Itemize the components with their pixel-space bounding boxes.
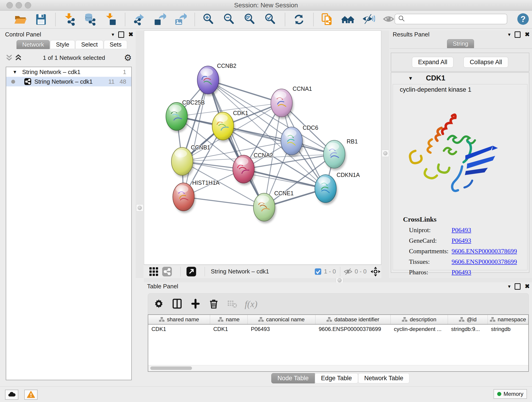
crosslink-link[interactable]: 9606.ENSP00000378699 <box>452 258 517 265</box>
table-cell[interactable]: 9606.ENSP00000378699 <box>316 325 391 334</box>
birdseye-nav-icon[interactable] <box>370 266 381 278</box>
column-header-description[interactable]: description <box>391 315 448 324</box>
network-node-RB1[interactable] <box>323 140 346 170</box>
collapse-all-button[interactable]: Collapse All <box>463 57 508 68</box>
table-row[interactable]: CDK1CDK1P064939606.ENSP00000378699cyclin… <box>148 325 528 334</box>
zoom-fit-button[interactable] <box>243 12 257 27</box>
open-in-new-window-icon[interactable] <box>186 267 196 277</box>
export-network-button[interactable] <box>132 12 146 27</box>
table-collapse-icon[interactable]: ▾ <box>508 283 510 289</box>
hide-selected-button[interactable] <box>362 12 376 27</box>
network-edge[interactable] <box>208 80 264 207</box>
network-options-gear-icon[interactable]: ⚙ <box>124 53 132 62</box>
string-view-icon[interactable] <box>162 267 172 277</box>
section-collapse-icon[interactable]: ▼ <box>408 75 413 81</box>
tab-network-table[interactable]: Network Table <box>358 373 410 383</box>
zoom-in-button[interactable] <box>202 12 216 27</box>
table-cell[interactable]: stringdb <box>488 325 528 334</box>
network-node-CCNA2[interactable] <box>233 155 255 185</box>
network-node-CCNB1[interactable] <box>171 147 194 177</box>
import-network-database-button[interactable] <box>83 12 97 27</box>
table-float-icon[interactable] <box>515 283 520 290</box>
tab-network[interactable]: Network <box>17 40 50 49</box>
panel-close-icon[interactable]: ✖ <box>128 31 133 38</box>
crosslink-link[interactable]: P06493 <box>452 237 471 244</box>
collapse-all-networks-icon[interactable] <box>15 54 22 61</box>
search-box[interactable] <box>394 14 507 24</box>
zoom-out-button[interactable] <box>222 12 237 27</box>
import-table-file-button[interactable] <box>104 12 118 27</box>
zoom-selected-button[interactable] <box>264 12 278 27</box>
table-cell[interactable]: CDK1 <box>148 325 210 334</box>
network-collection-row[interactable]: ▼ String Network – cdk1 1 <box>6 67 131 77</box>
cloud-status-button[interactable] <box>5 390 18 400</box>
delete-column-icon[interactable] <box>208 298 220 310</box>
table-cell[interactable]: stringdb:9... <box>448 325 488 334</box>
export-image-button[interactable] <box>173 12 188 27</box>
network-node-CCNA1[interactable] <box>271 89 293 119</box>
memory-button[interactable]: Memory <box>494 389 527 399</box>
table-settings-gear-icon[interactable] <box>153 298 165 310</box>
save-session-button[interactable] <box>34 12 48 27</box>
column-header--id[interactable]: @id <box>448 315 488 324</box>
open-session-button[interactable] <box>13 12 28 27</box>
right-splitter[interactable] <box>381 31 389 278</box>
network-node-CDC6[interactable] <box>281 127 304 157</box>
expand-all-button[interactable]: Expand All <box>412 57 454 68</box>
right-splitter-handle[interactable] <box>382 150 389 157</box>
bottom-splitter[interactable] <box>144 278 532 282</box>
table-cell[interactable]: CDK1 <box>210 325 248 334</box>
clone-network-button[interactable] <box>321 12 335 27</box>
network-node-CDK1[interactable] <box>212 112 235 142</box>
crosslink-link[interactable]: 9606.ENSP00000378699 <box>452 248 517 255</box>
tab-select[interactable]: Select <box>75 40 103 49</box>
left-splitter[interactable] <box>136 31 143 278</box>
column-header-shared-name[interactable]: shared name <box>148 315 210 324</box>
tab-node-table[interactable]: Node Table <box>271 373 315 383</box>
network-node-HIST1H1A[interactable] <box>173 183 196 213</box>
tab-edge-table[interactable]: Edge Table <box>315 373 358 383</box>
table-close-icon[interactable]: ✖ <box>525 283 530 290</box>
node-label: CCNE1 <box>274 190 294 196</box>
selected-checkbox-icon[interactable] <box>315 268 322 276</box>
collection-expand-icon[interactable]: ▼ <box>13 70 17 75</box>
refresh-button[interactable] <box>292 12 306 27</box>
import-network-file-button[interactable] <box>63 12 77 27</box>
left-splitter-handle[interactable] <box>136 204 143 211</box>
export-table-button[interactable] <box>153 12 167 27</box>
search-input[interactable] <box>405 16 507 22</box>
crosslink-link[interactable]: P06493 <box>452 269 471 276</box>
tab-sets[interactable]: Sets <box>104 40 127 49</box>
tab-string[interactable]: String <box>447 39 474 48</box>
warnings-button[interactable] <box>24 390 38 400</box>
network-edge[interactable] <box>184 197 264 207</box>
help-button[interactable]: ? <box>517 13 529 25</box>
node-section-header[interactable]: ▼ CDK1 <box>391 73 529 84</box>
grid-view-icon[interactable] <box>149 267 158 277</box>
network-node-CCNE1[interactable] <box>253 193 276 223</box>
panel-float-icon[interactable] <box>118 32 124 38</box>
column-header-canonical-name[interactable]: canonical name <box>248 315 316 324</box>
column-header-database-identifier[interactable]: database identifier <box>316 315 391 324</box>
table-hscrollbar-thumb[interactable] <box>150 366 192 370</box>
results-collapse-icon[interactable]: ▾ <box>508 32 510 38</box>
show-columns-icon[interactable] <box>171 298 183 310</box>
add-column-icon[interactable] <box>190 298 201 310</box>
crosslink-link[interactable]: P06493 <box>452 226 471 234</box>
expand-all-networks-icon[interactable] <box>6 54 13 61</box>
network-node-CDKN1A[interactable] <box>315 175 337 205</box>
tab-style[interactable]: Style <box>50 40 75 49</box>
network-row[interactable]: String Network – cdk1 11 48 <box>6 77 131 86</box>
panel-collapse-icon[interactable]: ▾ <box>112 32 114 38</box>
column-header-namespace[interactable]: namespace <box>488 315 528 324</box>
table-hscrollbar[interactable] <box>148 365 528 371</box>
column-header-name[interactable]: name <box>210 315 248 324</box>
network-node-CCNB2[interactable] <box>197 66 220 96</box>
network-canvas[interactable]: CCNB2CCNA1CDC25BCDK1CDC6RB1CCNB1CCNA2CDK… <box>144 31 381 265</box>
results-float-icon[interactable] <box>515 32 520 38</box>
network-graph[interactable]: CCNB2CCNA1CDC25BCDK1CDC6RB1CCNB1CCNA2CDK… <box>144 31 381 264</box>
results-close-icon[interactable]: ✖ <box>525 31 530 38</box>
table-cell[interactable]: cyclin-dependent ... <box>391 325 448 334</box>
home-button[interactable] <box>341 12 355 27</box>
table-cell[interactable]: P06493 <box>248 325 316 334</box>
